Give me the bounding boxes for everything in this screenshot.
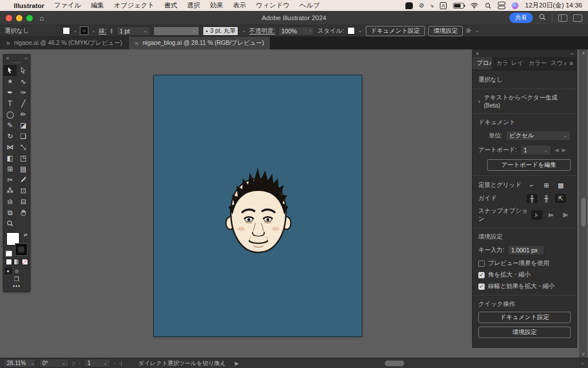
menu-bar-clock[interactable]: 12月20日(金) 14:36 — [525, 1, 582, 10]
next-artboard-icon[interactable]: › — [114, 361, 115, 366]
input-source-icon[interactable]: A — [440, 2, 447, 9]
align-options-icon[interactable]: ⊪ — [466, 27, 472, 34]
none-button[interactable] — [22, 259, 28, 265]
siri-icon[interactable] — [512, 2, 519, 9]
quick-preferences-button[interactable]: 環境設定 — [478, 327, 571, 338]
menu-item-6[interactable]: 表示 — [233, 1, 246, 10]
search-icon[interactable] — [539, 13, 546, 23]
eyedropper-tool[interactable] — [17, 174, 30, 185]
opacity-field[interactable]: 100%› — [278, 26, 314, 36]
fill-color-swatch[interactable] — [63, 27, 70, 34]
line-segment-tool[interactable]: ╱ — [17, 98, 30, 109]
shape-builder-tool[interactable]: ◧ — [3, 152, 17, 163]
zoom-tool[interactable] — [3, 218, 17, 229]
artboard-dropdown[interactable]: 1⌄ — [520, 145, 551, 155]
previous-artboard-icon[interactable]: ‹ — [79, 361, 80, 366]
magic-wand-tool[interactable]: ✶ — [3, 76, 17, 87]
rotation-dropdown[interactable]: 0°⌄ — [39, 359, 69, 367]
artboard-navigation-dropdown[interactable]: 1⌄ — [84, 359, 110, 367]
pen-tool[interactable]: ✒ — [3, 87, 17, 98]
phone-status-icon[interactable]: ⊘ — [419, 2, 424, 9]
wifi-icon[interactable] — [470, 2, 478, 9]
perspective-grid-tool[interactable]: ◳ — [17, 152, 30, 163]
ellipse-tool[interactable]: ◯ — [3, 109, 17, 120]
text-to-vector-row[interactable]: › テキストからベクター生成 (Beta) — [478, 94, 571, 109]
quick-document-setup-button[interactable]: ドキュメント設定 — [478, 312, 571, 323]
chevron-down-icon[interactable]: ⌄ — [91, 28, 95, 33]
style-swatch[interactable] — [347, 27, 355, 34]
control-center-icon[interactable] — [498, 2, 505, 9]
panel-tab-4[interactable]: スウォッチ — [547, 57, 566, 70]
slice-tool[interactable]: ⊟ — [17, 196, 30, 207]
stroke-weight-field[interactable]: 1 pt⌄ — [117, 26, 150, 36]
collapse-icon[interactable]: ‹‹ — [571, 51, 574, 56]
stroke-profile-dropdown[interactable]: ⌄ — [153, 26, 199, 36]
preferences-button[interactable]: 環境設定 — [428, 26, 463, 36]
document-tab-1[interactable]: ✕nigaoe_blog.ai @ 28.11 % (RGB/プレビュー) — [129, 37, 270, 49]
stroke-swatch[interactable] — [16, 244, 27, 255]
rotate-tool[interactable]: ↻ — [3, 131, 17, 141]
scroll-right-icon[interactable]: › — [582, 361, 583, 366]
canvas-workspace[interactable]: ✕‹‹ ✶∿✒✑T╱◯✏✎◪↻❏⋈⤡◧◳⊞▤✂⁂⊡ılı⊟⧉ ⇄ ● ◎ ◌ ❐… — [0, 49, 588, 358]
stroke-label[interactable]: 線: — [99, 27, 106, 35]
direct-selection-tool[interactable] — [17, 65, 30, 76]
scroll-down-icon[interactable]: ∨ — [580, 351, 587, 356]
lasso-tool[interactable]: ∿ — [17, 76, 30, 87]
battery-icon[interactable] — [453, 3, 464, 9]
hand-tool[interactable] — [17, 207, 30, 218]
type-tool[interactable]: T — [3, 98, 17, 109]
document-setup-button[interactable]: ドキュメント設定 — [366, 26, 425, 36]
menu-item-2[interactable]: オブジェクト — [114, 1, 154, 10]
brush-definition-dropdown[interactable]: •3 pt. 丸筆 — [203, 26, 238, 36]
snap-to-guides-icon[interactable]: ⇱ — [555, 194, 566, 203]
close-tab-icon[interactable]: ✕ — [134, 40, 139, 47]
minimize-window-button[interactable] — [16, 15, 22, 21]
screen-mode-icon[interactable]: ❐ — [3, 276, 30, 282]
graph-tool[interactable]: ılı — [3, 196, 17, 207]
menu-item-8[interactable]: ヘルプ — [300, 1, 320, 10]
ruler-icon[interactable]: ⌐ — [527, 181, 537, 190]
checkbox-icon[interactable]: ✓ — [478, 283, 485, 290]
drag-handle[interactable] — [13, 62, 21, 63]
stroke-weight-stepper[interactable]: ▲▼ — [110, 28, 113, 34]
share-button[interactable]: 共有 — [509, 13, 533, 23]
document-tab-0[interactable]: ✕nigaoe.ai @ 46.2 % (CMYK/プレビュー) — [0, 37, 129, 49]
key-input-field[interactable]: 1.0001 px — [508, 245, 544, 255]
gradient-tool[interactable]: ▤ — [17, 163, 30, 174]
chevron-down-icon[interactable]: ⌄ — [242, 28, 246, 33]
unit-dropdown[interactable]: ピクセル⌄ — [506, 131, 571, 141]
horizontal-scrollbar-thumb[interactable] — [385, 361, 404, 366]
scroll-up-icon[interactable]: ∧ — [580, 51, 587, 56]
snap-to-grid-icon[interactable]: ⊨ — [546, 210, 556, 220]
vertical-scrollbar-thumb[interactable] — [581, 198, 586, 227]
draw-behind-mode-icon[interactable]: ◎ — [13, 267, 21, 274]
checkbox-icon[interactable]: ✓ — [478, 272, 485, 278]
edit-artboards-button[interactable]: アートボードを編集 — [487, 159, 571, 171]
status-play-icon[interactable]: ▶ — [235, 361, 239, 366]
free-transform-tool[interactable]: ⤡ — [17, 141, 30, 152]
checkbox-icon[interactable] — [478, 260, 485, 267]
zoom-level-dropdown[interactable]: 28.11%⌄ — [3, 359, 36, 367]
chevron-down-icon[interactable]: ⌄ — [74, 28, 78, 33]
chevron-right-icon[interactable]: › — [478, 98, 481, 105]
scissors-tool[interactable]: ✂ — [3, 174, 17, 185]
snap-to-point-icon[interactable]: ⊦ — [531, 210, 542, 220]
paintbrush-tool[interactable]: ✏ — [17, 109, 30, 120]
scale-tool[interactable]: ❏ — [17, 131, 30, 141]
line-app-icon[interactable] — [405, 2, 413, 9]
close-icon[interactable]: ✕ — [6, 56, 10, 61]
close-icon[interactable]: ✕ — [475, 51, 479, 56]
snap-to-pixel-icon[interactable]: ⊫ — [560, 210, 571, 220]
show-guides-icon[interactable]: ╫ — [527, 194, 537, 203]
default-fill-stroke-icon[interactable] — [6, 251, 12, 256]
close-window-button[interactable] — [6, 15, 12, 21]
menu-item-4[interactable]: 選択 — [187, 1, 200, 10]
stroke-color-swatch[interactable] — [80, 27, 88, 34]
draw-inside-mode-icon[interactable]: ◌ — [22, 267, 29, 274]
color-button[interactable] — [6, 259, 12, 265]
eraser-tool[interactable]: ◪ — [17, 120, 30, 131]
last-artboard-icon[interactable]: ›| — [119, 361, 122, 366]
opacity-label[interactable]: 不透明度: — [249, 27, 275, 35]
menu-item-1[interactable]: 編集 — [91, 1, 104, 10]
next-artboard-icon[interactable]: ▶ — [562, 147, 566, 153]
